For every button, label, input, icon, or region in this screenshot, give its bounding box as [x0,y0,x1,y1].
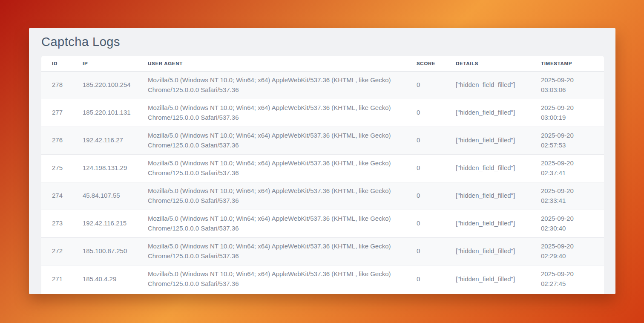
cell-details: ["hidden_field_filled"] [445,154,530,182]
cell-details: ["hidden_field_filled"] [445,127,530,154]
app-background: { "page": { "title": "Captcha Logs" }, "… [0,0,644,323]
table-row: 273 192.42.116.215 Mozilla/5.0 (Windows … [41,210,604,237]
cell-details: ["hidden_field_filled"] [445,265,530,293]
cell-details: ["hidden_field_filled"] [445,210,530,237]
cell-ip: 192.42.116.215 [72,210,137,237]
cell-user-agent: Mozilla/5.0 (Windows NT 10.0; Win64; x64… [137,99,406,127]
column-header-details: DETAILS [445,56,530,71]
cell-score: 0 [406,127,445,154]
table-row: 274 45.84.107.55 Mozilla/5.0 (Windows NT… [41,182,604,210]
cell-details: ["hidden_field_filled"] [445,237,530,265]
cell-timestamp: 2025-09-20 02:37:41 [530,154,604,182]
cell-details: ["hidden_field_filled"] [445,182,530,210]
table-header: ID IP USER AGENT SCORE DETAILS TIMESTAMP [41,56,604,71]
cell-score: 0 [406,210,445,237]
page-title: Captcha Logs [41,35,120,49]
column-header-user-agent: USER AGENT [137,56,406,71]
table-row: 271 185.40.4.29 Mozilla/5.0 (Windows NT … [41,265,604,293]
table-header-row: ID IP USER AGENT SCORE DETAILS TIMESTAMP [41,56,604,71]
column-header-score: SCORE [406,56,445,71]
cell-id: 271 [41,265,72,293]
cell-ip: 124.198.131.29 [72,154,137,182]
captcha-logs-table: ID IP USER AGENT SCORE DETAILS TIMESTAMP… [41,56,604,293]
cell-user-agent: Mozilla/5.0 (Windows NT 10.0; Win64; x64… [137,154,406,182]
table-body: 278 185.220.100.254 Mozilla/5.0 (Windows… [41,71,604,293]
cell-score: 0 [406,99,445,127]
cell-timestamp: 2025-09-20 02:29:40 [530,237,604,265]
cell-id: 276 [41,127,72,154]
column-header-id: ID [41,56,72,71]
cell-score: 0 [406,154,445,182]
cell-details: ["hidden_field_filled"] [445,71,530,99]
cell-ip: 185.220.100.254 [72,71,137,99]
table-row: 276 192.42.116.27 Mozilla/5.0 (Windows N… [41,127,604,154]
cell-details: ["hidden_field_filled"] [445,99,530,127]
cell-id: 273 [41,210,72,237]
captcha-logs-table-panel: ID IP USER AGENT SCORE DETAILS TIMESTAMP… [41,56,604,294]
cell-score: 0 [406,182,445,210]
cell-timestamp: 2025-09-20 02:33:41 [530,182,604,210]
cell-id: 274 [41,182,72,210]
cell-timestamp: 2025-09-20 02:30:40 [530,210,604,237]
cell-id: 278 [41,71,72,99]
column-header-timestamp: TIMESTAMP [530,56,604,71]
table-row: 272 185.100.87.250 Mozilla/5.0 (Windows … [41,237,604,265]
cell-user-agent: Mozilla/5.0 (Windows NT 10.0; Win64; x64… [137,265,406,293]
cell-ip: 185.40.4.29 [72,265,137,293]
cell-timestamp: 2025-09-20 03:00:19 [530,99,604,127]
table-row: 277 185.220.101.131 Mozilla/5.0 (Windows… [41,99,604,127]
captcha-logs-card: Captcha Logs ID IP USER AGENT SCORE DETA… [29,28,615,294]
column-header-ip: IP [72,56,137,71]
cell-user-agent: Mozilla/5.0 (Windows NT 10.0; Win64; x64… [137,71,406,99]
cell-score: 0 [406,265,445,293]
cell-id: 275 [41,154,72,182]
cell-ip: 192.42.116.27 [72,127,137,154]
cell-score: 0 [406,237,445,265]
cell-ip: 45.84.107.55 [72,182,137,210]
cell-ip: 185.220.101.131 [72,99,137,127]
cell-id: 277 [41,99,72,127]
table-row: 278 185.220.100.254 Mozilla/5.0 (Windows… [41,71,604,99]
table-row: 275 124.198.131.29 Mozilla/5.0 (Windows … [41,154,604,182]
cell-timestamp: 2025-09-20 02:57:53 [530,127,604,154]
cell-score: 0 [406,71,445,99]
cell-user-agent: Mozilla/5.0 (Windows NT 10.0; Win64; x64… [137,127,406,154]
cell-user-agent: Mozilla/5.0 (Windows NT 10.0; Win64; x64… [137,237,406,265]
cell-timestamp: 2025-09-20 03:03:06 [530,71,604,99]
cell-timestamp: 2025-09-20 02:27:45 [530,265,604,293]
cell-user-agent: Mozilla/5.0 (Windows NT 10.0; Win64; x64… [137,182,406,210]
cell-user-agent: Mozilla/5.0 (Windows NT 10.0; Win64; x64… [137,210,406,237]
cell-ip: 185.100.87.250 [72,237,137,265]
cell-id: 272 [41,237,72,265]
